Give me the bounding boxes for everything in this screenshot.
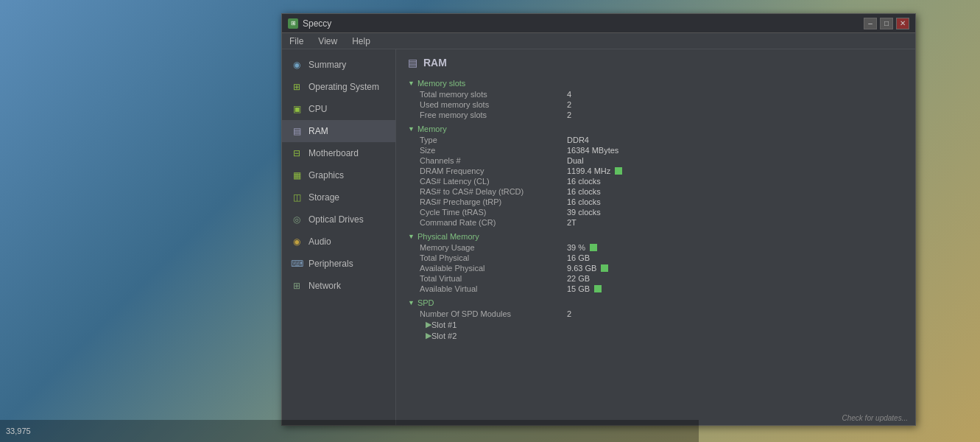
sidebar-item-network[interactable]: ⊞ Network	[282, 275, 395, 297]
cycle-value: 39 clocks	[567, 208, 601, 217]
avail-virtual-value: 15 GB	[567, 284, 602, 293]
type-row: Type DDR4	[420, 135, 903, 145]
window-title: Speccy	[303, 18, 331, 29]
summary-icon: ◉	[291, 59, 303, 71]
slot2-label: Slot #2	[431, 332, 456, 340]
memory-usage-label: Memory Usage	[420, 243, 567, 252]
cas-value: 16 clocks	[567, 177, 601, 186]
ras-tcd-value: 16 clocks	[567, 187, 601, 196]
sidebar-item-graphics[interactable]: ▦ Graphics	[282, 164, 395, 186]
maximize-button[interactable]: □	[880, 18, 893, 29]
avail-virtual-label: Available Virtual	[420, 284, 567, 293]
size-value: 16384 MBytes	[567, 146, 618, 155]
physical-memory-section: ▼ Physical Memory Memory Usage 39 % Tota…	[408, 231, 903, 294]
sidebar-item-optical[interactable]: ◎ Optical Drives	[282, 208, 395, 231]
close-button[interactable]: ✕	[896, 18, 909, 29]
cycle-label: Cycle Time (tRAS)	[420, 208, 567, 217]
total-physical-value: 16 GB	[567, 253, 590, 262]
total-physical-label: Total Physical	[420, 253, 567, 262]
storage-icon: ◫	[291, 192, 303, 203]
ras-trp-label: RAS# Precharge (tRP)	[420, 197, 567, 206]
spd-content: Number Of SPD Modules 2 ▶ Slot #1 ▶ Slot…	[408, 309, 903, 341]
sidebar-item-storage[interactable]: ◫ Storage	[282, 186, 395, 208]
section-title: RAM	[423, 57, 447, 69]
channels-value: Dual	[567, 156, 584, 165]
memory-slots-label: Memory slots	[417, 79, 465, 88]
spd-modules-value: 2	[567, 309, 571, 318]
optical-icon: ◎	[291, 214, 303, 225]
command-label: Command Rate (CR)	[420, 218, 567, 227]
memory-slots-header[interactable]: ▼ Memory slots	[408, 77, 903, 89]
sidebar-label-optical: Optical Drives	[309, 214, 364, 225]
sidebar-label-network: Network	[309, 281, 341, 291]
spd-arrow: ▼	[408, 299, 415, 306]
spd-modules-row: Number Of SPD Modules 2	[420, 309, 903, 319]
sidebar-label-ram: RAM	[309, 126, 328, 136]
ras-trp-value: 16 clocks	[567, 197, 601, 206]
speccy-window: ⊞ Speccy – □ ✕ File View Help ◉ Summary …	[281, 13, 916, 426]
used-slots-row: Used memory slots 2	[420, 99, 903, 110]
sidebar-item-peripherals[interactable]: ⌨ Peripherals	[282, 253, 395, 275]
memory-header[interactable]: ▼ Memory	[408, 123, 903, 135]
audio-icon: ◉	[291, 236, 303, 248]
sidebar-item-audio[interactable]: ◉ Audio	[282, 231, 395, 253]
total-physical-row: Total Physical 16 GB	[420, 253, 903, 263]
dram-status-dot	[615, 167, 622, 175]
physical-memory-content: Memory Usage 39 % Total Physical 16 GB A…	[408, 242, 903, 294]
size-row: Size 16384 MBytes	[420, 145, 903, 155]
physical-memory-arrow: ▼	[408, 233, 415, 240]
slot2-expand[interactable]: ▶	[420, 331, 431, 340]
slot1-label: Slot #1	[431, 320, 456, 329]
avail-virtual-dot	[594, 285, 602, 292]
taskbar: 33,975	[0, 420, 699, 442]
menu-help[interactable]: Help	[349, 35, 373, 48]
spd-header[interactable]: ▼ SPD	[408, 297, 903, 309]
sidebar: ◉ Summary ⊞ Operating System ▣ CPU ▤ RAM…	[282, 49, 396, 425]
app-icon: ⊞	[288, 18, 298, 29]
size-label: Size	[420, 146, 567, 155]
slot1-row: ▶ Slot #1	[420, 319, 903, 330]
sidebar-label-os: Operating System	[309, 82, 379, 92]
memory-slots-section: ▼ Memory slots Total memory slots 4 Used…	[408, 77, 903, 120]
total-slots-row: Total memory slots 4	[420, 89, 903, 99]
command-row: Command Rate (CR) 2T	[420, 217, 903, 228]
cpu-icon: ▣	[291, 103, 303, 115]
cas-row: CAS# Latency (CL) 16 clocks	[420, 176, 903, 186]
content-panel: ▤ RAM ▼ Memory slots Total memory slots …	[396, 49, 915, 425]
section-header: ▤ RAM	[408, 57, 903, 69]
physical-memory-header[interactable]: ▼ Physical Memory	[408, 231, 903, 242]
memory-arrow: ▼	[408, 125, 415, 133]
memory-slots-content: Total memory slots 4 Used memory slots 2…	[408, 89, 903, 120]
sidebar-item-ram[interactable]: ▤ RAM	[282, 120, 395, 142]
cycle-row: Cycle Time (tRAS) 39 clocks	[420, 207, 903, 217]
menu-view[interactable]: View	[315, 35, 340, 48]
avail-virtual-row: Available Virtual 15 GB	[420, 284, 903, 294]
slot2-row: ▶ Slot #2	[420, 330, 903, 341]
used-slots-value: 2	[567, 100, 571, 109]
ram-icon: ▤	[291, 125, 303, 137]
cas-label: CAS# Latency (CL)	[420, 177, 567, 186]
slot1-expand[interactable]: ▶	[420, 320, 431, 329]
sidebar-label-audio: Audio	[309, 236, 331, 247]
total-slots-value: 4	[567, 90, 571, 99]
minimize-button[interactable]: –	[864, 18, 877, 29]
sidebar-label-summary: Summary	[309, 60, 346, 70]
ras-tcd-label: RAS# to CAS# Delay (tRCD)	[420, 187, 567, 196]
main-content: ◉ Summary ⊞ Operating System ▣ CPU ▤ RAM…	[282, 49, 915, 425]
command-value: 2T	[567, 218, 577, 227]
network-icon: ⊞	[291, 280, 303, 292]
peripherals-icon: ⌨	[291, 258, 303, 270]
sidebar-item-os[interactable]: ⊞ Operating System	[282, 76, 395, 98]
sidebar-item-cpu[interactable]: ▣ CPU	[282, 98, 395, 120]
type-value: DDR4	[567, 136, 589, 144]
sidebar-label-motherboard: Motherboard	[309, 148, 359, 158]
menu-file[interactable]: File	[286, 35, 306, 48]
sidebar-item-summary[interactable]: ◉ Summary	[282, 54, 395, 76]
sidebar-item-motherboard[interactable]: ⊟ Motherboard	[282, 142, 395, 164]
graphics-icon: ▦	[291, 169, 303, 181]
check-updates-text[interactable]: Check for updates...	[842, 414, 909, 422]
channels-row: Channels # Dual	[420, 155, 903, 166]
sidebar-label-peripherals: Peripherals	[309, 259, 353, 269]
avail-physical-dot	[601, 264, 608, 272]
memory-section: ▼ Memory Type DDR4 Size 16384 MBytes Cha…	[408, 123, 903, 228]
